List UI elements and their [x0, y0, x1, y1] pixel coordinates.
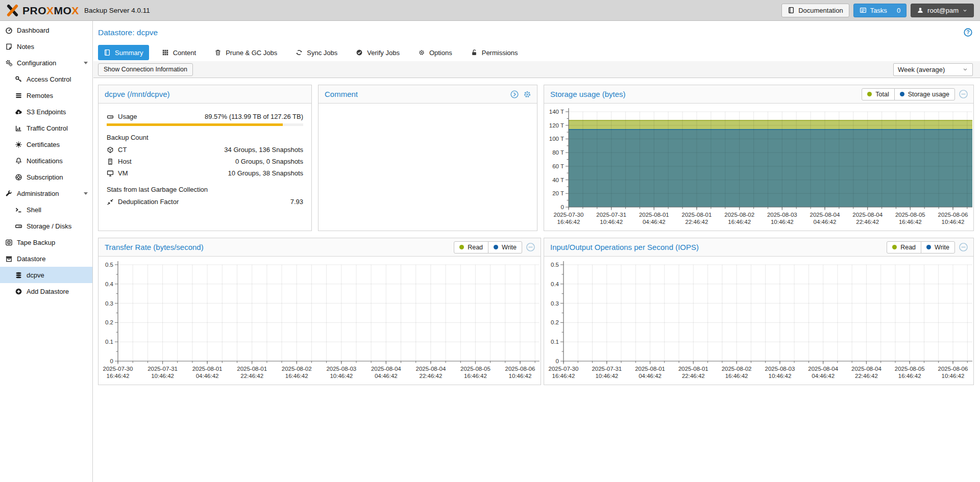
tab-label: Summary — [115, 49, 143, 57]
svg-text:2025-08-06: 2025-08-06 — [938, 212, 968, 218]
legend-label: Total — [875, 91, 889, 98]
certificate-icon — [15, 141, 22, 148]
sidebar-item-tape-backup[interactable]: Tape Backup — [0, 234, 92, 250]
expand-arrow-icon[interactable] — [84, 192, 88, 195]
svg-text:16:46:42: 16:46:42 — [552, 373, 575, 379]
sidebar-item-s3-endpoints[interactable]: S3 Endpoints — [0, 104, 92, 120]
sidebar-item-remotes[interactable]: Remotes — [0, 87, 92, 104]
bell-icon — [15, 157, 22, 165]
sidebar-item-label: Certificates — [27, 141, 60, 148]
plus-circle-icon — [15, 288, 22, 295]
expand-comment-button[interactable] — [510, 90, 519, 99]
svg-text:2025-08-04: 2025-08-04 — [371, 366, 401, 372]
time-range-select[interactable]: Week (average) — [893, 63, 973, 76]
svg-text:2025-08-04: 2025-08-04 — [810, 212, 840, 218]
sidebar-item-dashboard[interactable]: Dashboard — [0, 22, 92, 38]
svg-text:22:46:42: 22:46:42 — [856, 219, 879, 225]
collapse-panel-button[interactable] — [959, 89, 968, 99]
tape-icon — [5, 239, 13, 246]
sidebar-item-access-control[interactable]: Access Control — [0, 71, 92, 87]
svg-text:10:46:42: 10:46:42 — [151, 373, 174, 379]
tab-summary[interactable]: Summary — [98, 45, 149, 60]
svg-text:10:46:42: 10:46:42 — [769, 373, 792, 379]
sidebar-item-notes[interactable]: Notes — [0, 38, 92, 55]
svg-text:0.3: 0.3 — [551, 300, 559, 307]
gears-icon — [5, 59, 13, 67]
show-connection-info-button[interactable]: Show Connection Information — [98, 63, 193, 76]
svg-text:16:46:42: 16:46:42 — [107, 373, 130, 379]
sidebar-item-dcpve[interactable]: dcpve — [0, 267, 92, 283]
legend-item-read[interactable]: Read — [887, 241, 921, 253]
legend-item-total[interactable]: Total — [862, 88, 894, 100]
legend-color-dot — [459, 245, 464, 249]
svg-text:10:46:42: 10:46:42 — [942, 219, 965, 225]
tab-sync-jobs[interactable]: Sync Jobs — [290, 45, 343, 60]
collapse-panel-button[interactable] — [959, 242, 968, 252]
transfer-rate-panel: Transfer Rate (bytes/second) ReadWrite 0… — [98, 238, 541, 385]
sidebar-item-notifications[interactable]: Notifications — [0, 153, 92, 169]
datastore-icon — [5, 255, 13, 263]
backup-type-label: CT — [118, 146, 127, 154]
tab-options[interactable]: Options — [412, 45, 458, 60]
tab-prune-gc-jobs[interactable]: Prune & GC Jobs — [209, 45, 283, 60]
desktop-icon — [107, 170, 114, 177]
usage-progressbar-fill — [107, 123, 283, 126]
tasks-button[interactable]: Tasks 0 — [853, 4, 906, 17]
svg-text:0.5: 0.5 — [105, 262, 113, 268]
database-icon — [15, 271, 22, 279]
legend-item-read[interactable]: Read — [454, 241, 488, 253]
sidebar-item-label: Notes — [17, 43, 34, 50]
transfer-panel-body: 00.10.20.30.40.52025-07-3016:46:422025-0… — [99, 257, 541, 385]
legend-color-dot — [867, 92, 872, 96]
tab-verify-jobs[interactable]: Verify Jobs — [350, 45, 405, 60]
tab-label: Options — [429, 49, 452, 57]
sidebar-item-label: Notifications — [27, 157, 63, 165]
user-menu-button[interactable]: root@pam — [911, 4, 974, 17]
gc-stats-title: Stats from last Garbage Collection — [107, 186, 303, 193]
user-icon — [917, 7, 924, 14]
hdd-icon — [107, 113, 114, 120]
svg-text:10:46:42: 10:46:42 — [942, 373, 965, 379]
comment-panel-body[interactable] — [318, 104, 537, 231]
tab-label: Sync Jobs — [307, 49, 337, 57]
svg-text:16:46:42: 16:46:42 — [285, 373, 308, 379]
legend-item-storage-usage[interactable]: Storage usage — [894, 88, 955, 100]
backup-count-value: 10 Groups, 38 Snapshots — [228, 169, 303, 177]
svg-text:0.1: 0.1 — [551, 339, 559, 345]
documentation-button[interactable]: Documentation — [781, 4, 849, 17]
dedup-row: Deduplication Factor 7.93 — [107, 197, 303, 207]
svg-text:2025-08-03: 2025-08-03 — [767, 212, 797, 218]
svg-text:2025-08-04: 2025-08-04 — [851, 366, 881, 372]
svg-text:2025-08-03: 2025-08-03 — [765, 366, 795, 372]
tab-label: Content — [173, 49, 197, 57]
sidebar-item-storage-disks[interactable]: Storage / Disks — [0, 218, 92, 234]
sidebar-item-subscription[interactable]: Subscription — [0, 169, 92, 185]
svg-text:2025-08-02: 2025-08-02 — [724, 212, 754, 218]
collapse-panel-button[interactable] — [526, 242, 535, 252]
tasks-list-icon — [860, 7, 867, 14]
legend-label: Write — [502, 244, 517, 251]
sidebar-item-add-datastore[interactable]: Add Datastore — [0, 283, 92, 299]
brand-accent-letter: X — [46, 5, 54, 16]
dedup-label: Deduplication Factor — [118, 198, 179, 206]
summary-panel-title: dcpve (/mnt/dcpve) — [105, 90, 170, 98]
sidebar-item-configuration[interactable]: Configuration — [0, 55, 92, 71]
expand-arrow-icon[interactable] — [84, 62, 88, 64]
svg-text:22:46:42: 22:46:42 — [682, 373, 705, 379]
sidebar-item-administration[interactable]: Administration — [0, 185, 92, 201]
sidebar-item-label: Remotes — [27, 92, 53, 99]
svg-text:22:46:42: 22:46:42 — [685, 219, 708, 225]
tab-permissions[interactable]: Permissions — [465, 45, 524, 60]
sidebar-item-datastore[interactable]: Datastore — [0, 250, 92, 267]
key-icon — [15, 75, 22, 83]
transfer-panel-title: Transfer Rate (bytes/second) — [105, 243, 204, 251]
legend-item-write[interactable]: Write — [488, 241, 522, 253]
sidebar-item-shell[interactable]: Shell — [0, 201, 92, 218]
help-button[interactable]: ? — [963, 28, 973, 37]
edit-comment-settings-button[interactable] — [523, 90, 532, 99]
sidebar-item-certificates[interactable]: Certificates — [0, 136, 92, 153]
legend-item-write[interactable]: Write — [921, 241, 955, 253]
sidebar-item-traffic-control[interactable]: Traffic Control — [0, 120, 92, 136]
tab-content[interactable]: Content — [156, 45, 202, 60]
svg-text:0: 0 — [110, 358, 113, 364]
